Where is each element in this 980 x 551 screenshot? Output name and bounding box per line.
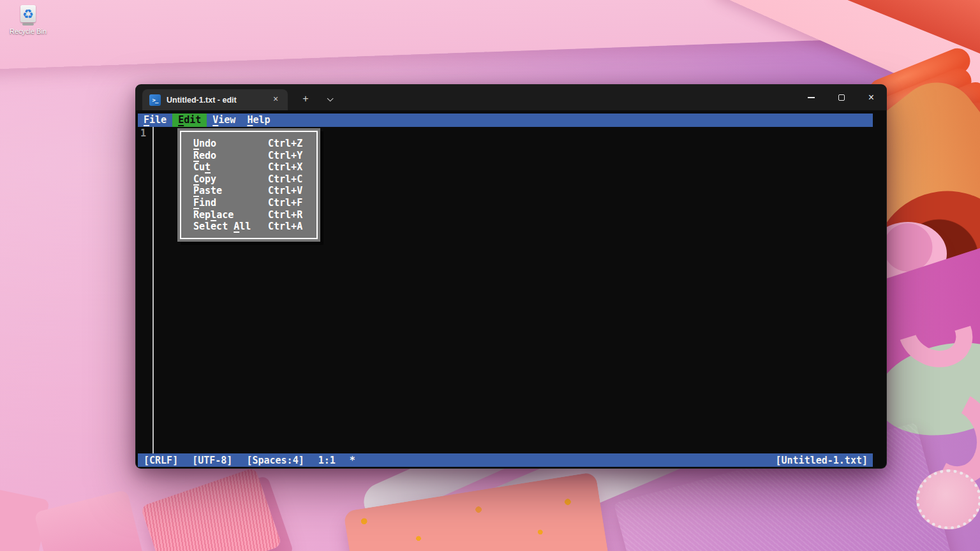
maximize-icon [838, 94, 845, 101]
menubar-item-file[interactable]: File [138, 114, 172, 127]
gutter-separator [152, 127, 154, 453]
close-button[interactable]: × [856, 85, 886, 110]
menu-item-label: Cut [193, 161, 268, 173]
menu-item-shortcut: Ctrl+R [268, 209, 302, 221]
terminal-tab[interactable]: >_ Untitled-1.txt - edit × [142, 89, 288, 110]
edit-menu-item-replace[interactable]: ReplaceCtrl+R [181, 209, 316, 221]
recycle-icon: ♻ [19, 6, 37, 22]
menubar-item-help[interactable]: Help [241, 114, 276, 127]
menu-item-label: Select All [193, 221, 268, 233]
minimize-icon [808, 97, 815, 98]
wallpaper-shape [140, 467, 282, 551]
menu-item-label: Redo [193, 150, 268, 162]
recycle-bin-label: Recycle Bin [5, 27, 51, 35]
menu-item-shortcut: Ctrl+A [268, 221, 302, 233]
desktop: ♻ Recycle Bin >_ Untitled-1.txt - edit ×… [0, 0, 980, 551]
menu-item-label: Undo [193, 138, 268, 150]
wallpaper-shape [34, 490, 146, 551]
status--: * [350, 455, 355, 466]
menu-item-shortcut: Ctrl+C [268, 173, 302, 186]
status--spaces-4-[interactable]: [Spaces:4] [246, 455, 304, 466]
menubar: FileEditViewHelp [138, 114, 873, 127]
menubar-item-view[interactable]: View [207, 114, 241, 127]
status--crlf-[interactable]: [CRLF] [144, 455, 178, 466]
status-1-1[interactable]: 1:1 [318, 455, 336, 466]
wallpaper-shape [916, 469, 980, 529]
bin-base [22, 23, 34, 26]
maximize-button[interactable] [826, 85, 856, 110]
status-filename[interactable]: [Untitled-1.txt] [776, 455, 873, 466]
window-controls: × [796, 85, 886, 110]
terminal-window: >_ Untitled-1.txt - edit × + × FileEditV… [135, 84, 887, 469]
line-number: 1 [140, 128, 146, 139]
tab-dropdown-button[interactable] [320, 91, 338, 107]
tab-title: Untitled-1.txt - edit [167, 96, 237, 105]
menu-item-shortcut: Ctrl+V [268, 185, 302, 197]
menu-item-label: Replace [193, 209, 268, 221]
edit-menu-item-paste[interactable]: PasteCtrl+V [181, 185, 316, 197]
menu-item-shortcut: Ctrl+Y [268, 150, 302, 162]
edit-menu-inner: UndoCtrl+ZRedoCtrl+YCutCtrl+XCopyCtrl+CP… [180, 131, 318, 239]
edit-menu-item-undo[interactable]: UndoCtrl+Z [181, 138, 316, 150]
menu-item-label: Find [193, 197, 268, 209]
status--utf-8-[interactable]: [UTF-8] [192, 455, 232, 466]
minimize-button[interactable] [796, 85, 826, 110]
edit-menu-item-select-all[interactable]: Select AllCtrl+A [181, 221, 316, 233]
new-tab-button[interactable]: + [297, 91, 315, 107]
recycle-bin-art: ♻ [19, 5, 37, 26]
statusbar-left: [CRLF][UTF-8][Spaces:4]1:1* [138, 455, 355, 466]
edit-menu-item-redo[interactable]: RedoCtrl+Y [181, 150, 316, 162]
chevron-down-icon [327, 95, 333, 101]
menu-item-label: Paste [193, 185, 268, 197]
edit-menu-item-copy[interactable]: CopyCtrl+C [181, 173, 316, 186]
edit-menu-item-cut[interactable]: CutCtrl+X [181, 161, 316, 173]
edit-menu-item-find[interactable]: FindCtrl+F [181, 197, 316, 209]
recycle-bin-icon[interactable]: ♻ Recycle Bin [5, 5, 51, 35]
menu-item-shortcut: Ctrl+Z [268, 138, 302, 150]
menu-item-label: Copy [193, 173, 268, 186]
menu-item-shortcut: Ctrl+X [268, 161, 302, 173]
edit-menu: UndoCtrl+ZRedoCtrl+YCutCtrl+XCopyCtrl+CP… [177, 128, 320, 242]
statusbar: [CRLF][UTF-8][Spaces:4]1:1* [Untitled-1.… [138, 453, 873, 467]
menubar-item-edit[interactable]: Edit [172, 114, 207, 127]
titlebar[interactable]: >_ Untitled-1.txt - edit × + × [136, 85, 886, 110]
menu-item-shortcut: Ctrl+F [268, 197, 302, 209]
powershell-icon: >_ [149, 94, 161, 106]
tab-close-button[interactable]: × [269, 92, 283, 107]
